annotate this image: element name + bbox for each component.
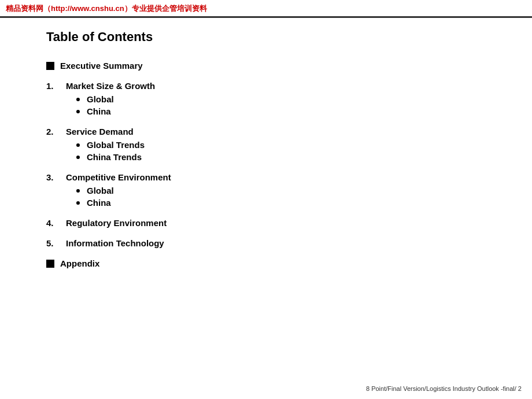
competitive-header: 3. Competitive Environment [46,172,486,182]
market-size-china-label: China [87,106,111,116]
toc-section-competitive: 3. Competitive Environment Global China [46,172,486,208]
it-label: Information Technology [66,238,164,248]
it-number: 5. [46,238,62,248]
market-size-number: 1. [46,81,62,91]
appendix-label: Appendix [60,258,99,268]
competitive-china: China [76,198,486,208]
service-demand-number: 2. [46,127,62,136]
footer-text: 8 Point/Final Version/Logistics Industry… [366,385,522,392]
service-demand-global-trends: Global Trends [76,140,486,150]
bullet-dot-icon [76,156,80,159]
market-size-global: Global [76,94,486,104]
toc-section-appendix: Appendix [46,258,486,268]
competitive-china-label: China [87,198,111,208]
competitive-global-label: Global [87,186,114,195]
service-demand-global-trends-label: Global Trends [87,140,145,150]
toc-list: Executive Summary 1. Market Size & Growt… [46,61,486,268]
footer: 8 Point/Final Version/Logistics Industry… [366,385,522,392]
bullet-dot-icon [76,143,80,147]
bullet-dot-icon [76,98,80,101]
competitive-number: 3. [46,172,62,182]
market-size-global-label: Global [87,94,114,104]
regulatory-header: 4. Regulatory Environment [46,218,486,228]
service-demand-header: 2. Service Demand [46,127,486,136]
main-content: Table of Contents Executive Summary 1. M… [0,18,532,290]
competitive-sub-list: Global China [76,186,486,208]
executive-summary-label: Executive Summary [60,61,143,71]
service-demand-china-trends: China Trends [76,152,486,162]
toc-section-executive-summary: Executive Summary [46,61,486,71]
square-bullet-icon [46,62,54,70]
service-demand-china-trends-label: China Trends [87,152,142,162]
appendix-header: Appendix [46,258,486,268]
header-banner: 精品资料网（http://www.cnshu.cn）专业提供企管培训资料 [0,0,532,18]
toc-section-service-demand: 2. Service Demand Global Trends China Tr… [46,127,486,162]
service-demand-label: Service Demand [66,127,134,136]
market-size-china: China [76,106,486,116]
competitive-label: Competitive Environment [66,172,171,182]
toc-title: Table of Contents [46,29,486,45]
executive-summary-header: Executive Summary [46,61,486,71]
market-size-header: 1. Market Size & Growth [46,81,486,91]
square-bullet-icon [46,260,54,268]
regulatory-number: 4. [46,218,62,228]
toc-section-market-size: 1. Market Size & Growth Global China [46,81,486,116]
bullet-dot-icon [76,110,80,113]
market-size-sub-list: Global China [76,94,486,116]
bullet-dot-icon [76,189,80,193]
toc-section-regulatory: 4. Regulatory Environment [46,218,486,228]
it-header: 5. Information Technology [46,238,486,248]
competitive-global: Global [76,186,486,195]
market-size-label: Market Size & Growth [66,81,155,91]
regulatory-label: Regulatory Environment [66,218,167,228]
header-chinese-text: 精品资料网（http://www.cnshu.cn）专业提供企管培训资料 [6,3,207,14]
toc-section-it: 5. Information Technology [46,238,486,248]
service-demand-sub-list: Global Trends China Trends [76,140,486,162]
bullet-dot-icon [76,201,80,205]
